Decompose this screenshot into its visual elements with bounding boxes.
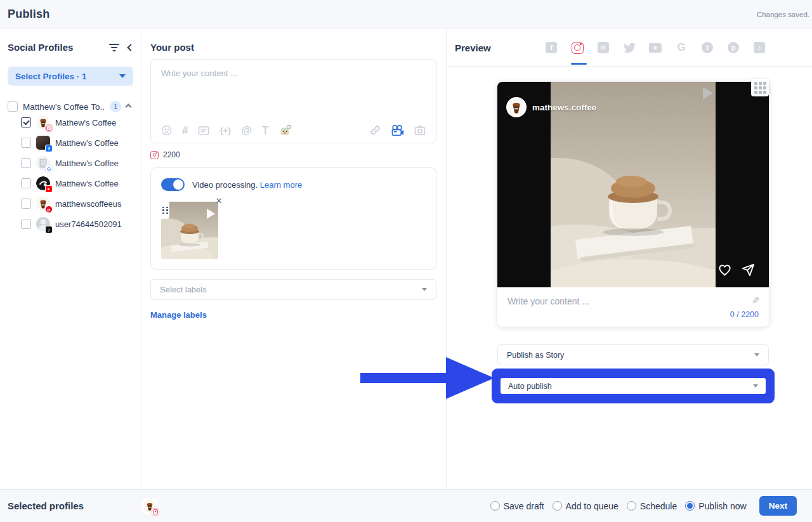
profile-row-google[interactable]: G Matthew's Coffee (8, 153, 133, 173)
page-title: Publish (8, 8, 49, 21)
video-upload-icon[interactable] (391, 125, 404, 136)
avatar: G (36, 156, 50, 170)
avatar (506, 97, 527, 117)
tab-facebook[interactable]: f (545, 41, 558, 54)
tab-linkedin[interactable]: in (597, 41, 610, 54)
profile-checkbox[interactable] (21, 138, 31, 148)
video-processing-label: Video processing. (192, 180, 258, 190)
chevron-down-icon (754, 353, 759, 356)
text-format-icon[interactable]: T (262, 125, 269, 136)
auto-publish-select[interactable]: Auto publish (501, 378, 766, 394)
profile-checkbox[interactable] (21, 178, 31, 188)
sidebar-title: Social Profiles (8, 42, 73, 53)
filter-icon[interactable] (109, 44, 119, 51)
labels-select[interactable]: Select labels (150, 279, 436, 300)
option-schedule[interactable]: Schedule (627, 501, 677, 511)
edit-pencil-icon[interactable]: ✎ (752, 295, 760, 306)
profile-checkbox[interactable] (21, 219, 31, 229)
option-publish-now[interactable]: Publish now (685, 501, 747, 511)
emoji-icon[interactable] (161, 125, 172, 136)
your-post-title: Your post (150, 42, 436, 53)
chevron-up-icon[interactable] (126, 103, 132, 110)
tab-pinterest[interactable]: p (727, 41, 740, 54)
selected-profiles-label: Selected profiles (8, 500, 84, 511)
collapse-sidebar-icon[interactable] (127, 44, 134, 51)
top-bar: Publish Changes saved. (0, 0, 812, 29)
photo-upload-icon[interactable] (414, 125, 426, 136)
media-attachment-card: Video processing. Learn more (150, 167, 436, 270)
profile-checkbox[interactable] (21, 158, 31, 168)
group-label: Matthew's Coffee To... (23, 102, 105, 112)
preview-column: Preview f in G t p ♪ (447, 29, 812, 489)
publish-options: Save draft Add to queue Schedule Publish… (490, 501, 747, 511)
instagram-badge-icon (45, 124, 53, 132)
tab-twitter[interactable] (623, 41, 636, 54)
selected-profile-avatar[interactable] (142, 499, 157, 514)
instagram-preview-card: mathews.coffee Write your content ... ✎ … (497, 82, 769, 327)
preview-header: Preview f in G t p ♪ (447, 29, 812, 67)
select-profiles-dropdown[interactable]: Select Profiles · 1 (8, 67, 133, 86)
profile-row-pinterest[interactable]: p matthewscoffeeus (8, 193, 133, 214)
autosave-status: Changes saved. (757, 11, 809, 18)
video-thumbnail[interactable]: × (161, 202, 218, 259)
tab-youtube[interactable] (649, 41, 662, 54)
option-save-draft[interactable]: Save draft (490, 501, 544, 511)
annotation-arrow-head (446, 357, 494, 399)
link-icon[interactable] (370, 125, 381, 136)
avatar: p (36, 197, 50, 211)
preview-caption-area: Write your content ... ✎ 0 / 2200 (497, 287, 769, 327)
variables-icon[interactable]: {+} (219, 126, 231, 134)
publish-as-story-select[interactable]: Publish as Story (497, 344, 769, 365)
hashtag-icon[interactable]: # (182, 125, 188, 136)
profile-checkbox[interactable] (21, 199, 31, 209)
preview-username: mathews.coffee (532, 103, 596, 112)
remove-media-icon[interactable]: × (216, 195, 222, 206)
profile-group-row[interactable]: Matthew's Coffee To... 1 (8, 101, 133, 112)
profile-row-instagram[interactable]: Mathew's Coffee (8, 112, 133, 133)
tab-tumblr[interactable]: t (701, 41, 714, 54)
play-icon[interactable] (703, 87, 713, 100)
video-processing-toggle[interactable] (161, 178, 185, 191)
play-icon (207, 209, 215, 219)
avatar: ♪ (36, 217, 50, 231)
profile-row-youtube[interactable]: Matthew's Coffee (8, 173, 133, 193)
annotation-arrow-shaft (360, 373, 447, 383)
ai-assistant-icon[interactable] (279, 124, 292, 136)
social-profiles-sidebar: Social Profiles Select Profiles · 1 Matt… (0, 29, 141, 489)
char-limit-row: 2200 (150, 150, 436, 159)
google-badge-icon: G (45, 165, 53, 173)
active-tab-underline (571, 63, 587, 65)
radio-icon (553, 501, 562, 511)
radio-icon (490, 501, 500, 511)
profile-row-facebook[interactable]: f Matthew's Coffee (8, 133, 133, 153)
char-limit: 2200 (163, 150, 180, 159)
instagram-icon (150, 151, 159, 159)
chevron-down-icon (422, 288, 427, 291)
profile-row-tiktok[interactable]: ♪ user74644502091 (8, 214, 133, 234)
mention-icon[interactable]: @ (241, 125, 252, 136)
group-count-badge: 1 (110, 101, 121, 112)
profile-checkbox[interactable] (21, 117, 31, 127)
post-content-editor[interactable]: Write your content ... # {+} @ T (150, 59, 436, 143)
caption-char-counter: 0 / 2200 (508, 310, 759, 319)
option-add-to-queue[interactable]: Add to queue (553, 501, 619, 511)
tab-instagram[interactable] (571, 41, 584, 54)
tab-tiktok[interactable]: ♪ (753, 41, 766, 54)
tab-google[interactable]: G (675, 41, 688, 54)
group-checkbox[interactable] (8, 101, 18, 112)
instagram-badge-icon (152, 508, 159, 516)
grid-view-icon[interactable] (751, 79, 769, 96)
caption-placeholder: Write your content ... (508, 296, 759, 306)
publish-page: Publish Changes saved. Social Profiles S… (0, 0, 812, 522)
drag-handle-icon[interactable] (161, 202, 169, 219)
manage-labels-link[interactable]: Manage labels (150, 310, 207, 320)
next-button[interactable]: Next (759, 496, 797, 516)
preview-account-row: mathews.coffee (506, 97, 596, 117)
pinterest-badge-icon: p (45, 206, 53, 213)
like-heart-icon (717, 263, 732, 277)
content-placeholder: Write your content ... (161, 69, 426, 78)
learn-more-link[interactable]: Learn more (260, 180, 302, 190)
preview-title: Preview (455, 42, 491, 53)
saved-replies-icon[interactable] (198, 126, 209, 136)
video-preview-area: mathews.coffee (497, 82, 769, 287)
